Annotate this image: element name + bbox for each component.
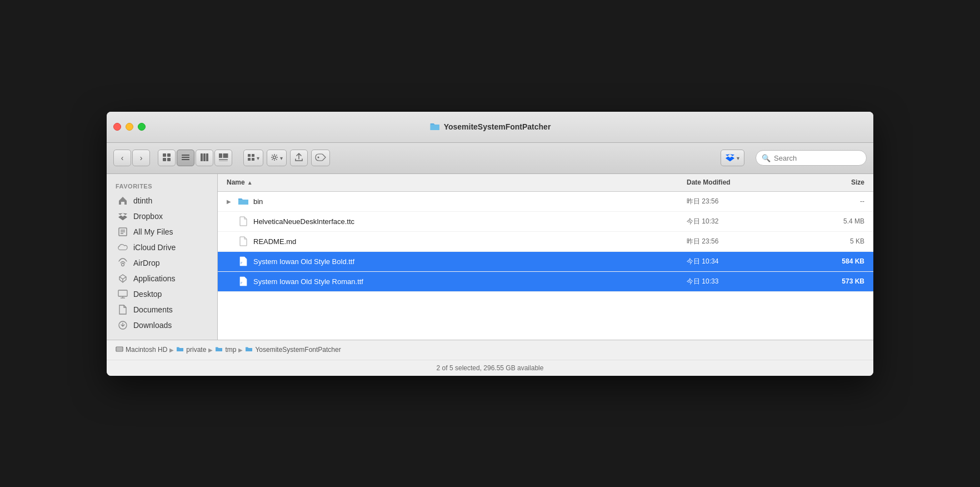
expand-arrow: ▶ bbox=[227, 198, 233, 205]
file-name: README.md bbox=[253, 237, 296, 246]
file-name-cell: HelveticaNeueDeskInterface.ttc bbox=[227, 216, 687, 227]
minimize-button[interactable] bbox=[126, 123, 133, 131]
path-label: tmp bbox=[225, 346, 236, 354]
sidebar-item-label: Applications bbox=[133, 274, 176, 283]
action-button[interactable]: ▾ bbox=[267, 150, 287, 166]
file-name-cell: F System Iowan Old Style Roman.ttf bbox=[227, 276, 687, 287]
maximize-button[interactable] bbox=[138, 123, 146, 131]
sidebar-item-airdrop[interactable]: AirDrop bbox=[109, 255, 215, 271]
icloud-icon bbox=[118, 242, 128, 252]
downloads-icon bbox=[118, 320, 128, 330]
file-list: ▶ bin 昨日 23:56 -- bbox=[218, 192, 873, 340]
toolbar: ‹ › bbox=[107, 143, 873, 174]
title-area: YosemiteSystemFontPatcher bbox=[429, 122, 551, 131]
table-row[interactable]: F System Iowan Old Style Roman.ttf 今日 10… bbox=[218, 272, 873, 292]
file-name: System Iowan Old Style Roman.ttf bbox=[253, 277, 363, 286]
share-icon bbox=[295, 153, 303, 163]
file-list-header: Name ▲ Date Modified Size bbox=[218, 174, 873, 192]
file-size: 584 KB bbox=[798, 257, 864, 265]
table-row[interactable]: ▶ bin 昨日 23:56 -- bbox=[218, 192, 873, 212]
file-icon bbox=[238, 216, 249, 227]
file-date: 昨日 23:56 bbox=[687, 197, 798, 206]
svg-rect-9 bbox=[206, 153, 208, 161]
documents-icon bbox=[118, 305, 128, 315]
gear-icon bbox=[271, 153, 278, 163]
arrange-button[interactable]: ▾ bbox=[243, 150, 263, 166]
sidebar-item-label: Desktop bbox=[133, 290, 162, 299]
table-row[interactable]: HelveticaNeueDeskInterface.ttc 今日 10:32 … bbox=[218, 212, 873, 232]
title-folder-icon bbox=[429, 122, 441, 131]
sidebar-item-label: iCloud Drive bbox=[133, 243, 176, 252]
file-name: System Iowan Old Style Bold.ttf bbox=[253, 257, 354, 266]
svg-rect-8 bbox=[203, 153, 206, 161]
applications-icon bbox=[118, 274, 128, 284]
column-view-button[interactable] bbox=[196, 150, 213, 166]
forward-button[interactable]: › bbox=[132, 150, 150, 166]
svg-rect-16 bbox=[248, 158, 251, 161]
path-label: YosemiteSystemFontPatcher bbox=[255, 346, 341, 354]
table-row[interactable]: F System Iowan Old Style Bold.ttf 今日 10:… bbox=[218, 252, 873, 272]
sidebar-item-label: Dropbox bbox=[133, 212, 163, 221]
file-name-cell: F System Iowan Old Style Bold.ttf bbox=[227, 256, 687, 267]
sidebar-item-documents[interactable]: Documents bbox=[109, 302, 215, 317]
sidebar-item-dropbox[interactable]: Dropbox bbox=[109, 208, 215, 224]
share-button[interactable] bbox=[290, 150, 308, 166]
file-area: Name ▲ Date Modified Size ▶ bbox=[218, 174, 873, 340]
airdrop-icon bbox=[118, 258, 128, 268]
path-label: Macintosh HD bbox=[126, 346, 167, 354]
sidebar-item-label: AirDrop bbox=[133, 259, 159, 267]
file-size: 5.4 MB bbox=[798, 217, 864, 225]
icon-view-button[interactable] bbox=[158, 150, 176, 166]
column-name-header[interactable]: Name ▲ bbox=[227, 178, 687, 186]
arrange-dropdown-icon: ▾ bbox=[257, 155, 259, 161]
svg-rect-14 bbox=[248, 154, 251, 157]
footer: Macintosh HD ▶ private ▶ tmp bbox=[107, 340, 873, 376]
file-name-cell: README.md bbox=[227, 236, 687, 247]
font-file-icon: F bbox=[238, 276, 249, 287]
file-name: HelveticaNeueDeskInterface.ttc bbox=[253, 217, 354, 226]
table-row[interactable]: README.md 昨日 23:56 5 KB bbox=[218, 232, 873, 252]
svg-rect-4 bbox=[182, 155, 189, 156]
search-input[interactable] bbox=[774, 154, 861, 162]
action-dropdown-icon: ▾ bbox=[280, 155, 283, 161]
sidebar-item-label: dtinth bbox=[133, 196, 152, 205]
column-date-header[interactable]: Date Modified bbox=[687, 178, 798, 186]
back-button[interactable]: ‹ bbox=[113, 150, 131, 166]
path-sep: ▶ bbox=[169, 347, 174, 353]
sidebar: Favorites dtinth Dropbox bbox=[107, 174, 218, 340]
search-box[interactable]: 🔍 bbox=[756, 150, 867, 166]
svg-rect-5 bbox=[182, 157, 189, 158]
path-segment-3[interactable]: YosemiteSystemFontPatcher bbox=[245, 346, 341, 354]
cover-flow-button[interactable] bbox=[214, 150, 232, 166]
path-segment-1[interactable]: private bbox=[176, 346, 206, 354]
path-sep: ▶ bbox=[208, 347, 213, 353]
search-icon: 🔍 bbox=[762, 154, 771, 162]
cover-flow-icon bbox=[218, 153, 228, 163]
svg-rect-12 bbox=[219, 159, 228, 160]
forward-icon: › bbox=[140, 153, 143, 162]
desktop-icon bbox=[118, 289, 128, 299]
sidebar-item-applications[interactable]: Applications bbox=[109, 271, 215, 286]
sidebar-item-label: Documents bbox=[133, 305, 173, 314]
svg-rect-13 bbox=[219, 161, 228, 161]
tag-icon bbox=[315, 153, 326, 163]
nav-buttons: ‹ › bbox=[113, 150, 150, 166]
sidebar-item-downloads[interactable]: Downloads bbox=[109, 317, 215, 333]
dropbox-button[interactable]: ▾ bbox=[721, 150, 744, 166]
path-sep: ▶ bbox=[238, 347, 243, 353]
sidebar-item-icloud-drive[interactable]: iCloud Drive bbox=[109, 240, 215, 255]
file-size: -- bbox=[798, 197, 864, 205]
path-segment-2[interactable]: tmp bbox=[215, 346, 236, 354]
path-segment-0[interactable]: Macintosh HD bbox=[116, 346, 167, 354]
column-size-header[interactable]: Size bbox=[798, 178, 864, 186]
file-date: 今日 10:32 bbox=[687, 217, 798, 226]
sidebar-item-desktop[interactable]: Desktop bbox=[109, 286, 215, 302]
sidebar-item-dtinth[interactable]: dtinth bbox=[109, 193, 215, 208]
svg-rect-1 bbox=[167, 153, 171, 157]
tag-button[interactable] bbox=[311, 150, 330, 166]
close-button[interactable] bbox=[113, 123, 121, 131]
arrange-icon bbox=[247, 153, 255, 163]
sidebar-item-all-my-files[interactable]: All My Files bbox=[109, 224, 215, 240]
list-view-button[interactable] bbox=[177, 150, 194, 166]
dropbox-sidebar-icon bbox=[118, 211, 128, 221]
